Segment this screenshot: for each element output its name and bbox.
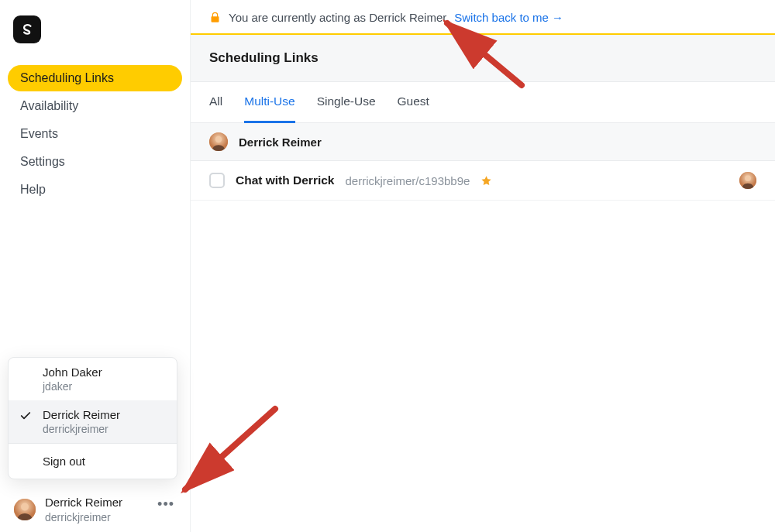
owner-name: Derrick Reimer <box>239 136 322 149</box>
impersonation-banner: You are currently acting as Derrick Reim… <box>191 0 775 35</box>
switch-back-label: Switch back to me <box>454 11 549 24</box>
current-user-handle: derrickjreimer <box>45 510 122 524</box>
user-menu-name: Derrick Reimer <box>43 408 166 421</box>
tab-guest[interactable]: Guest <box>398 82 429 123</box>
svg-point-1 <box>21 503 29 511</box>
tab-multi-use[interactable]: Multi-Use <box>244 82 294 123</box>
user-menu-name: John Daker <box>43 366 166 379</box>
banner-text: You are currently acting as Derrick Reim… <box>229 11 446 24</box>
avatar <box>209 132 228 151</box>
link-row[interactable]: Chat with Derrick derrickjreimer/c193bb9… <box>191 161 775 201</box>
link-slug: derrickjreimer/c193bb9e <box>345 174 470 187</box>
nav-settings[interactable]: Settings <box>8 149 182 175</box>
lock-icon <box>209 12 221 23</box>
current-user-name: Derrick Reimer <box>45 495 122 510</box>
nav-availability[interactable]: Availability <box>8 93 182 119</box>
link-owner-avatar <box>739 172 756 189</box>
more-icon[interactable]: ••• <box>157 495 174 513</box>
nav-scheduling-links[interactable]: Scheduling Links <box>8 65 182 91</box>
tab-all[interactable]: All <box>209 82 222 123</box>
tabs: All Multi-Use Single-Use Guest <box>191 82 775 123</box>
current-user-trigger[interactable]: Derrick Reimer derrickjreimer ••• <box>14 495 182 524</box>
user-switcher-menu: John Daker jdaker Derrick Reimer derrick… <box>8 357 177 479</box>
arrow-right-icon: → <box>552 11 563 24</box>
link-title: Chat with Derrick <box>236 173 334 187</box>
nav-help[interactable]: Help <box>8 177 182 203</box>
check-icon <box>19 410 32 422</box>
user-menu-option[interactable]: John Daker jdaker <box>9 358 177 400</box>
svg-point-3 <box>215 136 222 142</box>
owner-row: Derrick Reimer <box>191 123 775 161</box>
switch-back-link[interactable]: Switch back to me → <box>454 11 563 24</box>
row-checkbox[interactable] <box>209 173 225 188</box>
section-header: Scheduling Links <box>191 35 775 82</box>
primary-nav: Scheduling Links Availability Events Set… <box>8 65 182 203</box>
sign-out-button[interactable]: Sign out <box>9 444 177 479</box>
star-icon <box>480 175 492 187</box>
sidebar: Scheduling Links Availability Events Set… <box>0 0 191 532</box>
app-logo[interactable] <box>13 15 41 43</box>
tab-single-use[interactable]: Single-Use <box>317 82 376 123</box>
nav-events[interactable]: Events <box>8 121 182 147</box>
user-menu-handle: jdaker <box>43 380 166 393</box>
avatar <box>14 499 36 520</box>
user-menu-handle: derrickjreimer <box>43 423 166 435</box>
svg-point-5 <box>745 175 751 181</box>
main-content: You are currently acting as Derrick Reim… <box>191 0 775 532</box>
user-menu-option-selected[interactable]: Derrick Reimer derrickjreimer <box>9 400 177 443</box>
